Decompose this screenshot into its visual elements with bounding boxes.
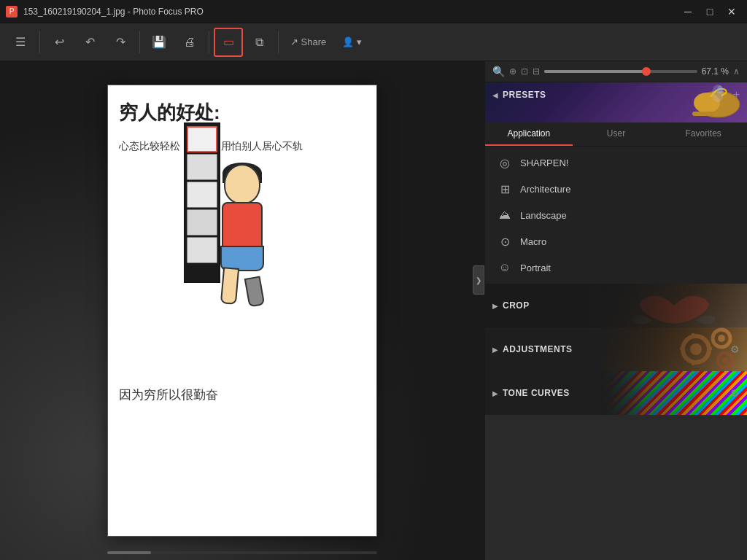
- share-button[interactable]: ↗ Share: [283, 32, 333, 52]
- print-button[interactable]: 🖨: [175, 28, 204, 57]
- preset-item-sharpen[interactable]: ◎ SHARPEN!: [485, 149, 747, 176]
- minimize-button[interactable]: ─: [678, 4, 697, 19]
- title-bar-left: P 153_160219190204_1.jpg - Photo Focus P…: [6, 6, 204, 18]
- tone-arrow-icon: ▶: [492, 389, 498, 397]
- viewer-scrollbar-thumb: [107, 551, 151, 554]
- adjustments-title: ADJUSTMENTS: [503, 344, 726, 354]
- presets-section: ◀ PRESETS + Application User Favorites ◎…: [485, 82, 747, 284]
- filmstrip-thumb-4[interactable]: [187, 209, 217, 236]
- redo-left-button[interactable]: ↶: [75, 28, 104, 57]
- history-group: ↩ ↶ ↷: [44, 28, 135, 57]
- zoom-bar: 🔍 ⊕ ⊡ ⊟ 67.1 % ∧: [485, 61, 747, 82]
- presets-title: PRESETS: [503, 90, 729, 100]
- char-leg-right: [244, 276, 266, 307]
- preset-label-macro: Macro: [520, 236, 546, 247]
- tone-curves-header[interactable]: ▶ TONE CURVES ⚙: [485, 371, 747, 415]
- user-button[interactable]: 👤 ▾: [335, 32, 369, 52]
- separator-2: [139, 31, 140, 53]
- tab-application[interactable]: Application: [485, 122, 573, 146]
- image-subtitle: 心态比较轻松，因为不用怕别人居心不轨: [119, 140, 365, 153]
- right-panel: 🔍 ⊕ ⊡ ⊟ 67.1 % ∧: [484, 61, 747, 560]
- toolbar: ☰ ↩ ↶ ↷ 💾 🖨 ▭ ⧉ ↗ Share 👤 ▾: [0, 23, 747, 61]
- crop-title: CROP: [503, 300, 740, 311]
- architecture-icon: ⊞: [497, 181, 513, 197]
- separator-4: [278, 31, 279, 53]
- preset-label-sharpen: SHARPEN!: [520, 158, 568, 168]
- image-title: 穷人的好处:: [119, 100, 365, 125]
- preset-item-portrait[interactable]: ☺ Portrait: [485, 254, 747, 281]
- tab-user[interactable]: User: [573, 122, 660, 146]
- presets-header-bg: ◀ PRESETS +: [485, 82, 747, 122]
- window-title: 153_160219190204_1.jpg - Photo Focus PRO: [23, 7, 204, 17]
- zoom-in-icon[interactable]: ⊕: [509, 66, 516, 77]
- adj-arrow-icon: ▶: [492, 346, 498, 354]
- svg-rect-2: [692, 112, 721, 116]
- close-button[interactable]: ✕: [722, 4, 741, 19]
- save-button[interactable]: 💾: [144, 28, 174, 57]
- preset-label-portrait: Portrait: [520, 262, 551, 273]
- zoom-collapse-icon[interactable]: ∧: [733, 66, 740, 77]
- filmstrip: [184, 122, 220, 283]
- preset-items-list: ◎ SHARPEN! ⊞ Architecture ⛰ Landscape ⊙ …: [485, 147, 747, 284]
- zoom-slider[interactable]: [544, 70, 697, 73]
- portrait-icon: ☺: [497, 260, 513, 276]
- presets-add-icon[interactable]: +: [733, 88, 740, 101]
- main-layout: 穷人的好处: 心态比较轻松，因为不用怕别人居心不轨 因为穷所以很勤奋: [0, 61, 747, 560]
- adjustments-section: ▶ ADJUSTMENTS ⚙: [485, 327, 747, 371]
- tone-curves-title: TONE CURVES: [503, 388, 726, 398]
- tab-favorites[interactable]: Favorites: [659, 122, 747, 146]
- preset-item-landscape[interactable]: ⛰ Landscape: [485, 202, 747, 228]
- zoom-out-icon[interactable]: 🔍: [492, 66, 505, 77]
- crop-arrow-icon: ▶: [492, 302, 498, 310]
- char-body: [222, 202, 263, 249]
- preset-label-architecture: Architecture: [520, 184, 570, 195]
- landscape-icon: ⛰: [497, 207, 513, 223]
- zoom-slider-fill: [544, 70, 646, 73]
- preset-tabs: Application User Favorites: [485, 122, 747, 147]
- tone-curves-section: ▶ TONE CURVES ⚙: [485, 371, 747, 415]
- zoom-fit-icon[interactable]: ⊡: [521, 66, 528, 77]
- image-canvas: 穷人的好处: 心态比较轻松，因为不用怕别人居心不轨 因为穷所以很勤奋: [107, 85, 377, 537]
- tone-settings-icon: ⚙: [730, 387, 740, 399]
- macro-icon: ⊙: [497, 233, 513, 249]
- adjustments-header[interactable]: ▶ ADJUSTMENTS ⚙: [485, 327, 747, 371]
- zoom-value: 67.1 %: [702, 66, 729, 77]
- filmstrip-thumb-5[interactable]: [187, 237, 217, 263]
- panel-expand-button[interactable]: ❯: [473, 265, 484, 295]
- title-bar: P 153_160219190204_1.jpg - Photo Focus P…: [0, 0, 747, 23]
- zoom-slider-thumb: [642, 67, 651, 76]
- redo-right-button[interactable]: ↷: [106, 28, 135, 57]
- sharpen-icon: ◎: [497, 155, 513, 171]
- crop-header[interactable]: ▶ CROP: [485, 284, 747, 327]
- presets-section-header[interactable]: ◀ PRESETS +: [485, 82, 747, 107]
- view-split-button[interactable]: ⧉: [244, 28, 274, 57]
- zoom-actual-icon[interactable]: ⊟: [533, 66, 540, 77]
- separator-1: [39, 31, 40, 53]
- preset-item-macro[interactable]: ⊙ Macro: [485, 228, 747, 254]
- view-single-button[interactable]: ▭: [214, 28, 243, 57]
- filmstrip-thumb-3[interactable]: [187, 182, 217, 208]
- expand-icon: ❯: [476, 276, 481, 284]
- filmstrip-thumb-2[interactable]: [187, 154, 217, 180]
- filmstrip-thumb-1[interactable]: [187, 126, 217, 152]
- window-controls: ─ □ ✕: [678, 4, 741, 19]
- viewer-area: 穷人的好处: 心态比较轻松，因为不用怕别人居心不轨 因为穷所以很勤奋: [0, 61, 484, 560]
- viewer-scrollbar[interactable]: [107, 551, 377, 554]
- image-bottom-text: 因为穷所以很勤奋: [119, 386, 365, 403]
- crop-section: ▶ CROP: [485, 284, 747, 327]
- undo-button[interactable]: ↩: [44, 28, 74, 57]
- maximize-button[interactable]: □: [700, 4, 719, 19]
- preset-label-landscape: Landscape: [520, 210, 567, 221]
- char-head: [224, 164, 260, 204]
- app-icon: P: [6, 6, 18, 18]
- presets-arrow-icon: ◀: [492, 91, 498, 99]
- preset-item-architecture[interactable]: ⊞ Architecture: [485, 176, 747, 202]
- menu-button[interactable]: ☰: [6, 28, 35, 57]
- separator-3: [209, 31, 209, 53]
- char-leg-left: [220, 267, 239, 305]
- adj-settings-icon: ⚙: [730, 343, 740, 355]
